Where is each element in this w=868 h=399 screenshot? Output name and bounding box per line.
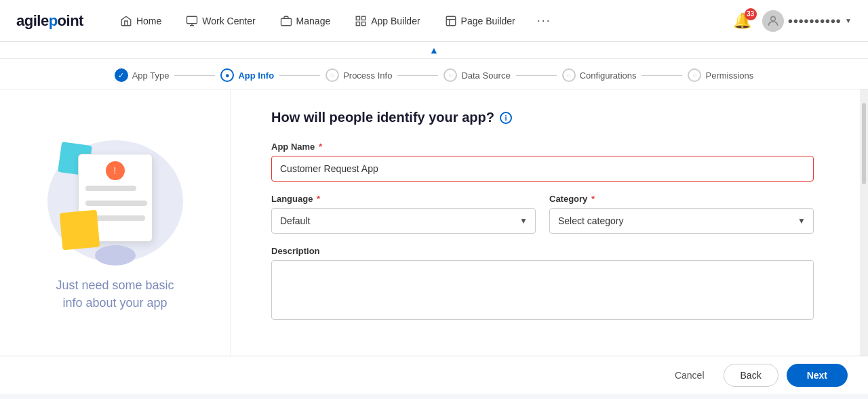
illustration-caption: Just need some basic info about your app <box>56 277 174 311</box>
language-category-row: Language * Default English Spanish Frenc… <box>271 194 814 234</box>
grid-icon <box>355 15 367 27</box>
nav-home-label: Home <box>136 16 161 26</box>
nav-app-builder[interactable]: App Builder <box>345 9 429 33</box>
form-panel: How will people identify your app? i App… <box>231 89 868 356</box>
nav-manage-label: Manage <box>296 16 331 26</box>
nav-work-center[interactable]: Work Center <box>176 9 264 33</box>
notification-badge: 33 <box>745 8 757 20</box>
category-group: Category * Select category HR Finance IT… <box>549 194 814 234</box>
user-avatar-wrap[interactable]: ●●●●●●●●●● ▼ <box>762 10 852 32</box>
step-app-info[interactable]: ● App Info <box>220 68 274 82</box>
description-label-text: Description <box>271 246 320 256</box>
caption-line-2: info about your app <box>62 296 167 310</box>
home-icon <box>120 15 132 27</box>
nav-manage[interactable]: Manage <box>271 9 340 33</box>
step-data-source-label: Data Source <box>461 70 510 81</box>
app-name-input[interactable] <box>271 156 814 182</box>
svg-rect-0 <box>187 16 197 24</box>
back-button[interactable]: Back <box>724 364 778 387</box>
language-select-wrap: Default English Spanish French ▼ <box>271 208 536 234</box>
logo-text: agilepoint <box>16 12 83 30</box>
notifications-bell[interactable]: 🔔 33 <box>733 12 751 30</box>
step-line-3 <box>397 75 438 76</box>
illustration: ! <box>41 133 190 269</box>
scrollbar-thumb <box>862 103 866 184</box>
header-right: 🔔 33 ●●●●●●●●●● ▼ <box>733 10 852 32</box>
category-label-text: Category <box>549 194 587 204</box>
caption-line-1: Just need some basic <box>56 278 174 292</box>
step-app-type-circle: ✓ <box>115 68 128 82</box>
svg-rect-5 <box>362 22 366 25</box>
language-select[interactable]: Default English Spanish French <box>271 208 536 234</box>
nav-app-builder-label: App Builder <box>371 16 420 26</box>
step-line-4 <box>516 75 557 76</box>
description-label: Description <box>271 246 814 256</box>
main-nav: Home Work Center Manage App Builder Page… <box>111 8 733 33</box>
form-title-text: How will people identify your app? <box>271 110 494 125</box>
language-group: Language * Default English Spanish Frenc… <box>271 194 536 234</box>
illustration-panel: ! Just need some basic info about your a… <box>0 89 231 356</box>
step-process-info-circle: ○ <box>326 68 339 82</box>
step-permissions-circle: ○ <box>688 68 701 82</box>
header: agilepoint Home Work Center Manage App B… <box>0 0 868 42</box>
nav-page-builder[interactable]: Page Builder <box>435 9 525 33</box>
step-process-info-label: Process Info <box>343 70 392 81</box>
step-app-info-label: App Info <box>238 70 274 81</box>
stepper: ✓ App Type ● App Info ○ Process Info ○ D… <box>0 59 868 89</box>
footer: Cancel Back Next <box>0 356 868 394</box>
app-name-label-text: App Name <box>271 142 315 152</box>
description-textarea[interactable] <box>271 260 814 320</box>
step-line-5 <box>642 75 682 76</box>
nav-more[interactable]: ··· <box>530 8 558 33</box>
svg-rect-3 <box>362 16 366 20</box>
next-button[interactable]: Next <box>787 364 848 387</box>
step-data-source[interactable]: ○ Data Source <box>443 68 510 82</box>
user-chevron-icon: ▼ <box>845 17 852 24</box>
monitor-icon <box>186 15 198 27</box>
illus-doc-line-1 <box>85 186 137 191</box>
info-icon[interactable]: i <box>500 112 512 124</box>
cancel-button[interactable]: Cancel <box>664 364 715 386</box>
app-name-label: App Name * <box>271 142 814 152</box>
app-name-required: * <box>319 142 322 152</box>
step-process-info[interactable]: ○ Process Info <box>326 68 392 82</box>
svg-rect-6 <box>446 16 456 26</box>
nav-work-center-label: Work Center <box>202 16 255 26</box>
category-required: * <box>591 194 595 204</box>
svg-rect-2 <box>356 16 359 20</box>
illus-doc-line-2 <box>85 201 148 206</box>
user-name: ●●●●●●●●●● <box>788 16 842 26</box>
layout-icon <box>445 15 457 27</box>
step-line-1 <box>174 75 215 76</box>
step-configurations[interactable]: ○ Configurations <box>562 68 637 82</box>
language-label: Language * <box>271 194 536 204</box>
step-data-source-circle: ○ <box>443 68 457 82</box>
nav-page-builder-label: Page Builder <box>461 16 515 26</box>
svg-rect-1 <box>281 18 291 26</box>
category-select[interactable]: Select category HR Finance IT Operations <box>549 208 814 234</box>
svg-rect-4 <box>356 22 359 25</box>
step-app-type[interactable]: ✓ App Type <box>115 68 170 82</box>
nav-home[interactable]: Home <box>111 9 171 33</box>
scrollbar-track[interactable] <box>860 89 868 356</box>
avatar <box>762 10 784 32</box>
step-app-info-circle: ● <box>220 68 234 82</box>
step-configurations-circle: ○ <box>562 68 576 82</box>
step-line-2 <box>279 75 320 76</box>
svg-point-7 <box>770 16 775 21</box>
collapse-nav-button[interactable]: ▲ <box>0 42 868 59</box>
category-select-wrap: Select category HR Finance IT Operations… <box>549 208 814 234</box>
main-content: ! Just need some basic info about your a… <box>0 89 868 356</box>
category-label: Category * <box>549 194 814 204</box>
illus-doc-icon: ! <box>106 161 125 180</box>
step-permissions-label: Permissions <box>705 70 753 81</box>
illus-face <box>95 245 136 266</box>
briefcase-icon <box>280 15 292 27</box>
form-title: How will people identify your app? i <box>271 110 814 125</box>
step-permissions[interactable]: ○ Permissions <box>688 68 753 82</box>
language-required: * <box>317 194 320 204</box>
illus-sticky-yellow <box>59 210 100 251</box>
language-label-text: Language <box>271 194 313 204</box>
logo[interactable]: agilepoint <box>16 12 83 30</box>
step-configurations-label: Configurations <box>580 70 637 81</box>
